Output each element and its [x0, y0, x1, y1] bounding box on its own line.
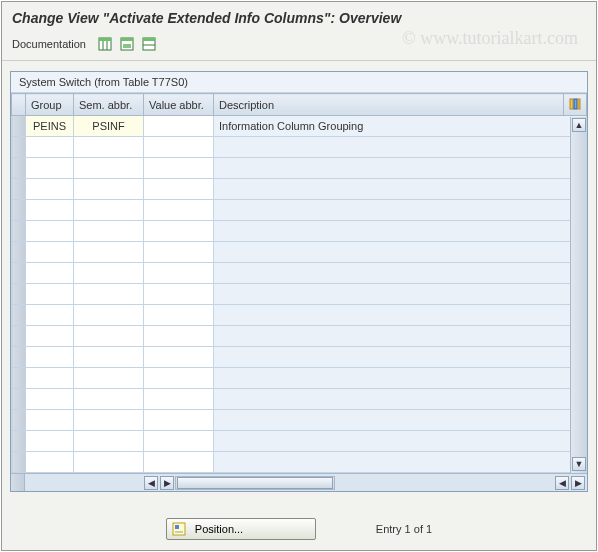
cell-val[interactable]	[144, 179, 214, 200]
table-row[interactable]	[12, 452, 587, 473]
cell-group[interactable]	[26, 305, 74, 326]
table-select-icon[interactable]	[140, 36, 158, 52]
cell-sem[interactable]	[74, 284, 144, 305]
col-config[interactable]	[564, 94, 587, 116]
row-handle[interactable]	[12, 284, 26, 305]
row-handle[interactable]	[12, 137, 26, 158]
row-handle[interactable]	[12, 389, 26, 410]
cell-group[interactable]: PEINS	[26, 116, 74, 137]
row-handle[interactable]	[12, 200, 26, 221]
hscroll-track-1[interactable]	[175, 476, 335, 490]
cell-val[interactable]	[144, 158, 214, 179]
cell-desc[interactable]	[214, 263, 587, 284]
cell-val[interactable]	[144, 242, 214, 263]
cell-sem[interactable]	[74, 452, 144, 473]
cell-sem[interactable]	[74, 431, 144, 452]
table-row[interactable]	[12, 305, 587, 326]
cell-sem[interactable]	[74, 263, 144, 284]
cell-val[interactable]	[144, 347, 214, 368]
cell-group[interactable]	[26, 200, 74, 221]
row-handle[interactable]	[12, 347, 26, 368]
table-row[interactable]	[12, 158, 587, 179]
cell-sem[interactable]	[74, 368, 144, 389]
row-handle[interactable]	[12, 305, 26, 326]
row-handle[interactable]	[12, 116, 26, 137]
row-handle[interactable]	[12, 179, 26, 200]
cell-group[interactable]	[26, 158, 74, 179]
table-row[interactable]	[12, 284, 587, 305]
cell-desc[interactable]	[214, 179, 587, 200]
row-handle[interactable]	[12, 452, 26, 473]
table-row[interactable]	[12, 326, 587, 347]
table-row[interactable]	[12, 221, 587, 242]
col-header-group[interactable]: Group	[26, 94, 74, 116]
col-header-val[interactable]: Value abbr.	[144, 94, 214, 116]
table-row[interactable]	[12, 347, 587, 368]
cell-desc[interactable]	[214, 326, 587, 347]
cell-group[interactable]	[26, 284, 74, 305]
table-row[interactable]	[12, 368, 587, 389]
cell-desc[interactable]	[214, 242, 587, 263]
cell-val[interactable]	[144, 431, 214, 452]
hscroll-left-button-1[interactable]: ◀	[144, 476, 158, 490]
cell-group[interactable]	[26, 263, 74, 284]
cell-val[interactable]	[144, 200, 214, 221]
cell-val[interactable]	[144, 116, 214, 137]
table-row[interactable]	[12, 410, 587, 431]
cell-val[interactable]	[144, 263, 214, 284]
cell-val[interactable]	[144, 389, 214, 410]
cell-desc[interactable]	[214, 452, 587, 473]
cell-desc[interactable]	[214, 389, 587, 410]
table-row[interactable]	[12, 179, 587, 200]
cell-sem[interactable]	[74, 389, 144, 410]
cell-sem[interactable]	[74, 242, 144, 263]
documentation-label[interactable]: Documentation	[12, 38, 86, 50]
row-handle[interactable]	[12, 368, 26, 389]
cell-val[interactable]	[144, 410, 214, 431]
cell-val[interactable]	[144, 305, 214, 326]
cell-val[interactable]	[144, 284, 214, 305]
scroll-up-button[interactable]: ▲	[572, 118, 586, 132]
table-save-icon[interactable]	[118, 36, 136, 52]
scroll-down-button[interactable]: ▼	[572, 457, 586, 471]
row-handle[interactable]	[12, 431, 26, 452]
table-row[interactable]	[12, 389, 587, 410]
cell-desc[interactable]	[214, 347, 587, 368]
cell-desc[interactable]	[214, 431, 587, 452]
table-row[interactable]	[12, 137, 587, 158]
cell-group[interactable]	[26, 410, 74, 431]
row-handle[interactable]	[12, 158, 26, 179]
cell-group[interactable]	[26, 431, 74, 452]
row-handle[interactable]	[12, 410, 26, 431]
cell-desc[interactable]	[214, 368, 587, 389]
data-grid[interactable]: Group Sem. abbr. Value abbr. Description…	[11, 93, 587, 473]
cell-val[interactable]	[144, 452, 214, 473]
cell-desc[interactable]: Information Column Grouping	[214, 116, 587, 137]
table-row[interactable]	[12, 242, 587, 263]
cell-sem[interactable]	[74, 158, 144, 179]
cell-val[interactable]	[144, 137, 214, 158]
table-row[interactable]	[12, 200, 587, 221]
cell-sem[interactable]: PSINF	[74, 116, 144, 137]
cell-group[interactable]	[26, 179, 74, 200]
hscroll-right-button-1[interactable]: ▶	[160, 476, 174, 490]
col-header-desc[interactable]: Description	[214, 94, 564, 116]
cell-group[interactable]	[26, 137, 74, 158]
cell-desc[interactable]	[214, 284, 587, 305]
cell-group[interactable]	[26, 452, 74, 473]
cell-group[interactable]	[26, 326, 74, 347]
cell-group[interactable]	[26, 389, 74, 410]
hscroll-left-button-2[interactable]: ◀	[555, 476, 569, 490]
cell-sem[interactable]	[74, 200, 144, 221]
cell-sem[interactable]	[74, 221, 144, 242]
col-header-sem[interactable]: Sem. abbr.	[74, 94, 144, 116]
cell-sem[interactable]	[74, 410, 144, 431]
row-handle[interactable]	[12, 263, 26, 284]
cell-desc[interactable]	[214, 137, 587, 158]
cell-sem[interactable]	[74, 326, 144, 347]
table-row[interactable]	[12, 263, 587, 284]
hscroll-right-button-2[interactable]: ▶	[571, 476, 585, 490]
position-button[interactable]: Position...	[166, 518, 316, 540]
row-handle[interactable]	[12, 242, 26, 263]
column-config-icon[interactable]	[569, 98, 581, 110]
